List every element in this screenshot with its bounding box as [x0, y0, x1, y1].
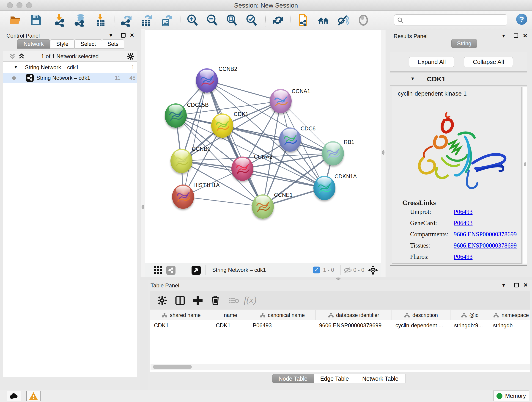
- network-options-gear-icon[interactable]: [127, 53, 134, 60]
- column-header-canonical-name[interactable]: canonical name: [249, 310, 316, 320]
- control-panel-collapse-icon[interactable]: ▾: [109, 32, 112, 38]
- export-network-icon[interactable]: [120, 14, 133, 27]
- column-header-name[interactable]: name: [212, 310, 249, 320]
- collection-expand-triangle[interactable]: ▼: [13, 64, 18, 70]
- create-column-plus-icon[interactable]: [193, 295, 203, 306]
- network-node-hist1h1a[interactable]: [172, 185, 194, 209]
- table-hscrollbar-thumb[interactable]: [153, 365, 192, 369]
- zoom-fit-icon[interactable]: [225, 14, 238, 27]
- table-hscrollbar[interactable]: [151, 364, 530, 370]
- left-splitter-handle[interactable]: [142, 205, 144, 209]
- refresh-icon[interactable]: [272, 14, 285, 27]
- import-network-file-icon[interactable]: [54, 14, 66, 27]
- left-splitter[interactable]: [140, 29, 145, 280]
- table-panel-collapse-icon[interactable]: ▾: [502, 282, 505, 288]
- function-builder-fx-icon[interactable]: f(x): [244, 294, 257, 305]
- network-node-ccne1[interactable]: [252, 194, 274, 219]
- results-scrollbar[interactable]: [523, 87, 527, 264]
- network-node-cdk1[interactable]: [211, 114, 233, 138]
- fit-content-crosshair-icon[interactable]: [368, 265, 378, 275]
- warnings-button[interactable]: [26, 391, 41, 401]
- network-node-ccnb1[interactable]: [171, 149, 192, 173]
- tab-network[interactable]: Network: [17, 39, 50, 49]
- crosslink-link[interactable]: 9606.ENSP00000378699: [454, 242, 517, 249]
- table-panel-float-icon[interactable]: [514, 283, 519, 287]
- column-header-description[interactable]: description: [392, 310, 450, 320]
- selected-nodes-checkbox[interactable]: ✓: [313, 267, 320, 274]
- export-image-icon[interactable]: [160, 14, 173, 27]
- right-splitter-handle[interactable]: [382, 150, 385, 155]
- column-header-namespace[interactable]: namespace: [489, 310, 530, 320]
- memory-button[interactable]: Memory: [493, 390, 529, 401]
- zoom-out-icon[interactable]: [206, 14, 219, 27]
- network-node-ccna1[interactable]: [270, 89, 292, 113]
- string-home-icon[interactable]: [317, 14, 330, 27]
- tab-select[interactable]: Select: [75, 39, 102, 49]
- network-node-cdc25b[interactable]: [165, 103, 187, 128]
- crosslink-link[interactable]: 9606.ENSP00000378699: [454, 231, 517, 238]
- collapse-all-button[interactable]: Collapse All: [464, 57, 513, 67]
- zoom-in-icon[interactable]: [186, 14, 199, 27]
- network-view-share-icon[interactable]: [166, 266, 176, 275]
- import-network-database-icon[interactable]: [74, 14, 87, 27]
- crosslink-link[interactable]: P06493: [454, 253, 473, 260]
- crosslink-link[interactable]: P06493: [454, 220, 473, 227]
- table-panel-close-icon[interactable]: ✕: [523, 282, 528, 288]
- gene-header-band[interactable]: ▼ CDK1: [390, 72, 527, 86]
- table-cell[interactable]: stringdb: [489, 320, 530, 331]
- table-row[interactable]: CDK1CDK1P064939606.ENSP00000378699cyclin…: [150, 320, 530, 331]
- level-indicator-icon[interactable]: [357, 14, 370, 27]
- hide-unhide-icon[interactable]: [336, 14, 349, 27]
- results-scrollbar-thumb[interactable]: [524, 162, 526, 166]
- network-node-cdc6[interactable]: [279, 128, 301, 152]
- help-button[interactable]: ?: [516, 14, 527, 25]
- network-node-ccnb2[interactable]: [196, 68, 218, 93]
- network-node-cdkn1a[interactable]: [313, 176, 336, 200]
- tab-node-table[interactable]: Node Table: [272, 374, 314, 383]
- save-session-icon[interactable]: [29, 14, 42, 27]
- open-session-icon[interactable]: [9, 14, 22, 27]
- table-settings-gear-icon[interactable]: [158, 296, 167, 305]
- tab-string[interactable]: String: [451, 39, 477, 48]
- column-header-database-identifier[interactable]: database identifier: [316, 310, 392, 320]
- network-collection-row[interactable]: ▼ String Network – cdk1 1: [3, 62, 137, 73]
- tab-edge-table[interactable]: Edge Table: [314, 374, 355, 383]
- column-header-shared-name[interactable]: shared name: [150, 310, 212, 320]
- birdseye-view-icon[interactable]: [191, 266, 201, 275]
- string-import-icon[interactable]: [297, 14, 310, 27]
- crosslink-link[interactable]: P06493: [454, 208, 473, 216]
- horizontal-splitter[interactable]: [140, 277, 532, 280]
- tab-style[interactable]: Style: [50, 39, 75, 49]
- table-cell[interactable]: P06493: [249, 320, 316, 331]
- table-cell[interactable]: CDK1: [212, 320, 249, 331]
- right-splitter[interactable]: [381, 30, 386, 277]
- import-table-file-icon[interactable]: [94, 14, 107, 27]
- hidden-eye-icon[interactable]: [344, 267, 352, 274]
- network-row[interactable]: String Network – cdk1 11 48: [3, 73, 137, 83]
- network-node-ccna2[interactable]: [231, 157, 253, 181]
- control-panel-close-icon[interactable]: ✕: [130, 32, 134, 38]
- zoom-selected-icon[interactable]: [245, 14, 258, 27]
- cloud-status-button[interactable]: [7, 391, 21, 401]
- horizontal-splitter-handle[interactable]: [336, 278, 341, 280]
- network-canvas[interactable]: CCNB2 CCNA1 CDC25B CDK1: [145, 30, 381, 263]
- results-panel-close-icon[interactable]: ✕: [523, 32, 527, 39]
- delete-table-icon[interactable]: [229, 297, 239, 304]
- tab-sets[interactable]: Sets: [102, 39, 124, 49]
- table-cell[interactable]: stringdb:9...: [450, 320, 489, 331]
- control-panel-float-icon[interactable]: [121, 33, 126, 38]
- results-panel-float-icon[interactable]: [514, 33, 518, 38]
- export-table-icon[interactable]: [140, 14, 153, 27]
- results-panel-collapse-icon[interactable]: ▾: [502, 32, 505, 39]
- expand-all-button[interactable]: Expand All: [409, 57, 454, 67]
- table-cell[interactable]: cyclin-dependent ...: [392, 320, 450, 331]
- table-cell[interactable]: CDK1: [150, 320, 212, 331]
- tab-network-table[interactable]: Network Table: [355, 374, 405, 383]
- show-columns-icon[interactable]: [175, 295, 185, 306]
- search-input[interactable]: [394, 14, 507, 26]
- grid-view-icon[interactable]: [154, 266, 162, 274]
- gene-collapse-triangle[interactable]: ▼: [410, 76, 415, 81]
- column-header--id[interactable]: @id: [450, 310, 489, 320]
- network-node-rb1[interactable]: [322, 141, 344, 166]
- table-cell[interactable]: 9606.ENSP00000378699: [316, 320, 392, 331]
